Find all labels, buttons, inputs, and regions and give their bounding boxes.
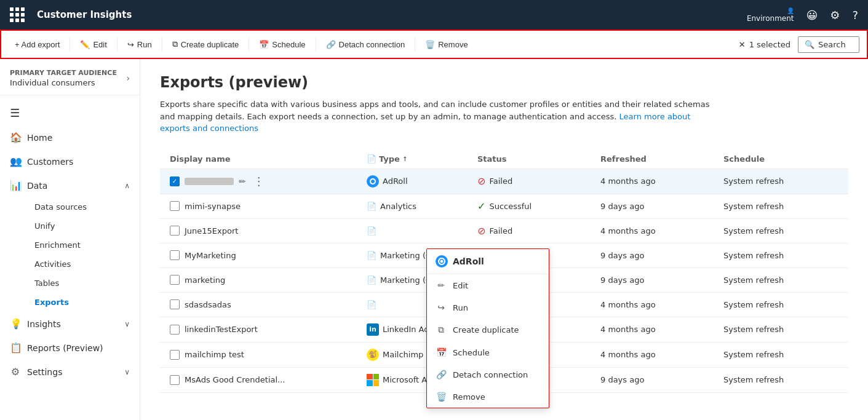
col-status: Status (477, 154, 600, 164)
context-menu-detach[interactable]: 🔗 Detach connection (427, 363, 549, 386)
home-icon: 🏠 (10, 132, 21, 143)
data-icon: 📊 (10, 180, 21, 191)
type-label: LinkedIn Ads (383, 325, 433, 334)
selected-badge: ✕ 1 selected (739, 40, 790, 49)
sidebar-item-label: Home (27, 133, 52, 143)
context-menu-run[interactable]: ↪ Run (427, 296, 549, 319)
sidebar-item-unify[interactable]: Unify (27, 216, 140, 236)
status-text: Failed (489, 176, 512, 186)
sidebar-item-label: Reports (Preview) (27, 343, 103, 353)
run-icon: ↪ (127, 40, 134, 49)
row-checkbox[interactable] (170, 350, 180, 360)
schedule-cell: System refresh (723, 275, 816, 285)
row-name-cell: mailchimp test (170, 350, 367, 360)
run-icon: ↪ (436, 303, 447, 312)
row-checkbox[interactable] (170, 375, 180, 385)
row-checkbox[interactable] (170, 226, 180, 236)
doc-icon: 📄 (367, 226, 376, 236)
more-options-icon[interactable]: ⋮ (253, 176, 265, 187)
sidebar-item-exports[interactable]: Exports (27, 293, 140, 312)
context-menu-edit[interactable]: ✏️ Edit (427, 274, 549, 296)
duplicate-icon: ⧉ (172, 39, 178, 49)
row-checkbox[interactable] (170, 299, 180, 309)
sidebar-item-data[interactable]: 📊 Data ∧ (0, 173, 140, 197)
status-text: Successful (489, 202, 532, 211)
row-name: mimi-synapse (185, 202, 241, 211)
sidebar-item-home[interactable]: 🏠 Home (0, 125, 140, 149)
file-icon: 📄 (367, 154, 376, 164)
run-button[interactable]: ↪ Run (121, 36, 158, 53)
environment-selector[interactable]: 👤 Environment (747, 7, 794, 23)
refreshed-cell: 4 months ago (600, 350, 723, 359)
doc-icon: 📄 (367, 202, 376, 211)
add-export-button[interactable]: + Add export (9, 36, 66, 53)
schedule-cell: System refresh (723, 300, 816, 309)
context-menu-remove[interactable]: 🗑️ Remove (427, 386, 549, 408)
command-bar: + Add export ✏️ Edit ↪ Run ⧉ Create dupl… (0, 30, 868, 59)
chevron-right-icon: › (126, 73, 130, 83)
doc-icon: 📄 (367, 251, 376, 260)
sidebar-item-tables[interactable]: Tables (27, 274, 140, 293)
sidebar-item-insights[interactable]: 💡 Insights ∨ (0, 312, 140, 336)
row-name-cell: MsAds Good Crendetial... (170, 375, 367, 385)
schedule-cell: System refresh (723, 350, 816, 359)
doc-icon: 📄 (367, 275, 376, 285)
sidebar-item-label: Settings (27, 367, 62, 377)
col-refreshed: Refreshed (600, 154, 723, 164)
edit-row-icon[interactable]: ✏️ (239, 176, 246, 186)
separator-5 (316, 37, 316, 52)
type-label: Mailchimp (383, 350, 423, 359)
context-menu-schedule[interactable]: 📅 Schedule (427, 341, 549, 363)
help-icon[interactable]: ? (852, 9, 858, 22)
close-icon[interactable]: ✕ (739, 40, 746, 49)
status-text: Failed (489, 226, 512, 236)
schedule-button[interactable]: 📅 Schedule (253, 36, 311, 53)
sidebar-item-customers[interactable]: 👥 Customers (0, 149, 140, 173)
row-name: marketing (185, 275, 225, 285)
command-bar-right: ✕ 1 selected 🔍 Search (739, 36, 859, 53)
row-checkbox[interactable] (170, 250, 180, 260)
row-checkbox[interactable] (170, 275, 180, 285)
table-row[interactable]: ✓ ✏️ ⋮ AdRoll ⊘ Failed (160, 169, 848, 194)
sidebar-item-enrichment[interactable]: Enrichment (27, 236, 140, 255)
row-name-cell: marketing (170, 275, 367, 285)
refreshed-cell: 9 days ago (600, 202, 723, 211)
refreshed-cell: 4 months ago (600, 226, 723, 236)
sidebar-hamburger[interactable]: ☰ (0, 100, 140, 125)
sidebar-item-data-sources[interactable]: Data sources (27, 197, 140, 216)
context-menu-title: AdRoll (453, 256, 484, 266)
edit-button[interactable]: ✏️ Edit (74, 36, 113, 53)
row-checkbox[interactable]: ✓ (170, 176, 180, 186)
col-type[interactable]: 📄 Type ↑ (367, 154, 477, 164)
sidebar-item-activities[interactable]: Activities (27, 255, 140, 274)
refreshed-cell: 4 months ago (600, 300, 723, 309)
menu-icon: ☰ (10, 106, 20, 119)
profile-icon[interactable]: 😀 (806, 9, 818, 22)
row-checkbox[interactable] (170, 325, 180, 335)
type-cell: 📄 (367, 226, 477, 236)
status-cell: ⊘ Failed (477, 175, 600, 187)
separator-4 (249, 37, 249, 52)
sidebar-item-reports[interactable]: 📋 Reports (Preview) (0, 336, 140, 360)
row-checkbox[interactable] (170, 201, 180, 211)
context-menu-duplicate[interactable]: ⧉ Create duplicate (427, 319, 549, 341)
sidebar-item-label: Insights (27, 319, 61, 329)
schedule-cell: System refresh (723, 325, 816, 334)
table-row[interactable]: mimi-synapse 📄 Analytics ✓ Successful 9 … (160, 194, 848, 219)
col-display-name: Display name (170, 154, 367, 164)
search-button[interactable]: 🔍 Search (798, 36, 859, 53)
remove-button[interactable]: 🗑️ Remove (419, 36, 474, 53)
row-name: June15Export (185, 226, 238, 236)
chevron-up-icon: ∧ (124, 181, 130, 190)
waffle-menu[interactable] (10, 7, 25, 22)
settings-icon[interactable]: ⚙ (830, 9, 840, 22)
create-duplicate-button[interactable]: ⧉ Create duplicate (166, 36, 245, 53)
sidebar-item-settings[interactable]: ⚙️ Settings ∨ (0, 360, 140, 384)
detach-connection-button[interactable]: 🔗 Detach connection (320, 36, 412, 53)
row-name: sdasdsadas (185, 300, 231, 309)
page-description: Exports share specific data with various… (160, 98, 714, 135)
sidebar-audience-header[interactable]: Primary target audience Individual consu… (0, 59, 140, 95)
schedule-cell: System refresh (723, 226, 816, 236)
table-row[interactable]: June15Export 📄 ⊘ Failed 4 months ago Sys… (160, 219, 848, 244)
type-cell: 📄 Analytics (367, 202, 477, 211)
